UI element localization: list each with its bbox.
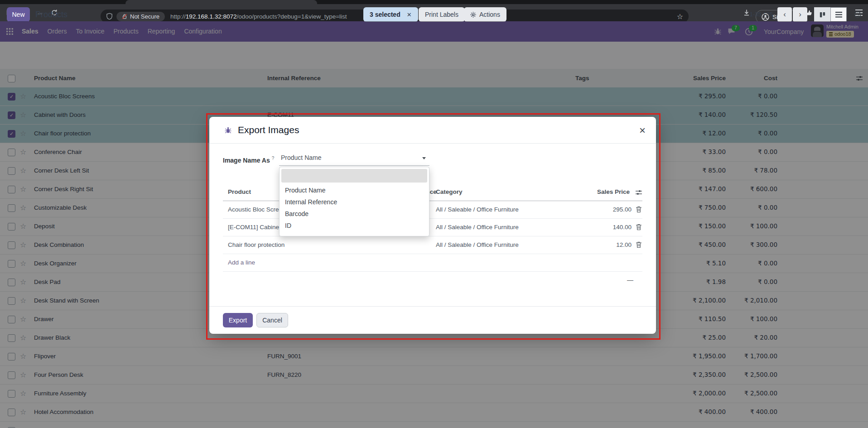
selection-chip: 3 selected ✕ [363,7,418,22]
line-product[interactable]: Chair floor protection [228,236,285,253]
kanban-view-button[interactable] [814,7,830,22]
dropdown-option[interactable]: Barcode [280,208,429,220]
clear-selection-icon[interactable]: ✕ [407,11,412,18]
url-scheme: http:// [170,13,186,20]
pager-range: 1-35 / 35 [738,11,773,18]
dialog-header: Export Images [209,117,656,144]
page-title: Products [35,10,68,19]
line-sales-price: 140.00 [613,219,632,236]
optional-columns-icon[interactable] [635,189,642,196]
line-category: All / Saleable / Office Furniture [436,236,519,253]
help-icon[interactable]: ? [272,156,275,161]
broken-lock-icon [122,14,127,19]
clock-icon [854,11,861,18]
export-images-dialog: Export Images × Image Name As ? Product … [209,117,656,334]
dialog-title: Export Images [238,125,299,135]
cancel-button[interactable]: Cancel [256,313,288,327]
col-category[interactable]: Category [436,184,463,200]
dropdown-option[interactable]: ID [280,220,429,231]
image-name-as-label: Image Name As ? [223,156,274,164]
col-product[interactable]: Product [228,184,251,200]
pager-next-button[interactable]: › [793,7,807,22]
select-dropdown: Product NameInternal ReferenceBarcodeID [279,167,429,236]
selection-count: 3 selected [370,11,400,18]
dropdown-option[interactable]: Internal Reference [280,196,429,208]
close-icon[interactable]: × [635,123,650,138]
not-secure-label: Not Secure [130,13,159,20]
chevron-down-icon [422,157,426,159]
dropdown-blank-option[interactable] [281,169,427,183]
list-icon [835,12,842,18]
dialog-footer: Export Cancel [209,306,656,334]
actions-button[interactable]: Actions [464,7,506,22]
line-sales-price: 295.00 [613,201,632,218]
select-value: Product Name [281,154,321,161]
price-sum-placeholder: — [223,272,642,284]
export-button[interactable]: Export [223,313,253,327]
delete-line-icon[interactable] [636,206,642,213]
bug-icon [224,126,232,134]
line-category: All / Saleable / Office Furniture [436,201,519,218]
site-info-shield-icon[interactable] [106,13,113,20]
gear-icon [470,12,476,18]
bookmark-star-icon[interactable]: ☆ [677,12,683,21]
not-secure-chip[interactable]: Not Secure [116,12,165,21]
browser-active-tab[interactable] [125,0,317,4]
line-category: All / Saleable / Office Furniture [436,219,519,236]
dropdown-option[interactable]: Product Name [280,184,429,196]
delete-line-icon[interactable] [636,224,642,231]
delete-line-icon[interactable] [636,241,642,248]
activity-view-button[interactable] [849,7,866,22]
url-host: 192.168.1.32:8072 [186,13,237,20]
image-name-as-select[interactable]: Product Name [279,150,429,166]
url-text[interactable]: http://192.168.1.32:8072/odoo/products?d… [170,13,347,20]
new-button[interactable]: New [7,7,30,22]
list-view-button[interactable] [830,7,847,22]
line-sales-price: 12.00 [616,236,632,253]
kanban-icon [819,11,826,18]
url-path: /odoo/products?debug=1&view_type=list [236,13,347,20]
export-line-row[interactable]: Chair floor protection All / Saleable / … [223,236,642,254]
col-sales-price[interactable]: Sales Price [597,184,630,200]
add-a-line-link[interactable]: Add a line [223,254,642,272]
print-labels-button[interactable]: Print Labels [419,7,465,22]
pager-previous-button[interactable]: ‹ [777,7,792,22]
actions-label: Actions [479,11,500,18]
